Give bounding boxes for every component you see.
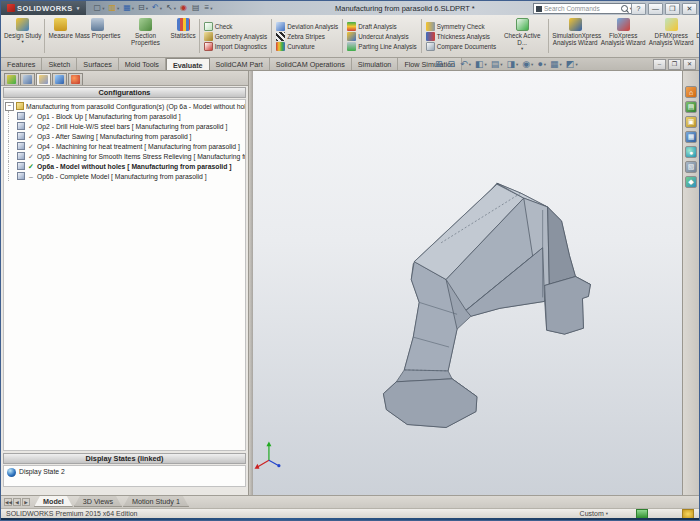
- configuration-item[interactable]: ✓ Op1 - Block Up [ Manufacturing from pa…: [4, 111, 245, 121]
- display-state-icon: [7, 468, 16, 477]
- statistics-button[interactable]: Statistics: [169, 16, 196, 56]
- options-button[interactable]: ≡ ▾: [205, 4, 213, 12]
- appearances-icon[interactable]: ●: [685, 146, 697, 158]
- manager-tab-icon: [23, 75, 32, 84]
- tab-features[interactable]: Features: [1, 58, 42, 70]
- hide-show-items-icon[interactable]: ◉ ▾: [522, 60, 533, 69]
- tab-mold-tools[interactable]: Mold Tools: [119, 58, 166, 70]
- doc-minimize-button[interactable]: –: [653, 59, 666, 70]
- parting-line-analysis-button[interactable]: Parting Line Analysis: [347, 42, 416, 51]
- expander-icon[interactable]: −: [5, 102, 14, 111]
- display-manager-tab[interactable]: [68, 73, 83, 85]
- configuration-item[interactable]: ✓ Op5 - Machining for Smooth Items Stres…: [4, 151, 245, 161]
- minimize-button[interactable]: —: [648, 3, 663, 15]
- save-button[interactable]: ▦ ▾: [123, 4, 134, 12]
- configuration-icon: [17, 122, 25, 130]
- new-document-button[interactable]: ▢ ▾: [94, 4, 105, 12]
- check-active-document-button[interactable]: Check Active D... ▾: [498, 16, 546, 56]
- import-diagnostics-button[interactable]: Import Diagnostics: [204, 42, 268, 51]
- solidworks-window: SOLIDWORKS ▾ ▢ ▾ ▥ ▾ ▦ ▾: [0, 0, 700, 521]
- tree-root-item[interactable]: − Manufacturing from parasolid Configura…: [4, 101, 245, 111]
- zebra-stripes-button[interactable]: Zebra Stripes: [276, 32, 338, 41]
- check-group: Check Geometry Analysis Import Diagnosti…: [202, 16, 270, 56]
- tab-solidcam-operations[interactable]: SolidCAM Operations: [270, 58, 352, 70]
- configuration-item[interactable]: ✓ Op4 - Machining for heat treatment [ M…: [4, 141, 245, 151]
- tab-surfaces[interactable]: Surfaces: [77, 58, 118, 70]
- configuration-icon: [17, 152, 25, 160]
- doc-tab-model[interactable]: Model: [34, 496, 73, 507]
- tab-solidcam-part[interactable]: SolidCAM Part: [210, 58, 270, 70]
- print-button[interactable]: ⊟ ▾: [138, 4, 148, 12]
- search-placeholder: Search Commands: [544, 5, 619, 12]
- logo-text: SOLIDWORKS: [17, 4, 73, 13]
- tab-evaluate[interactable]: Evaluate: [166, 58, 210, 70]
- scroll-first-icon[interactable]: ◀◀: [4, 498, 12, 506]
- select-button[interactable]: ↖ ▾: [166, 4, 176, 12]
- units-dropdown[interactable]: Custom ▾: [580, 510, 608, 517]
- tags-icon[interactable]: [636, 509, 648, 519]
- scroll-left-icon[interactable]: ◀: [13, 498, 21, 506]
- dfmxpress-wizard-button[interactable]: DFMXpress Analysis Wizard: [647, 16, 695, 56]
- dimxpert-manager-tab[interactable]: [52, 73, 67, 85]
- doc-restore-button[interactable]: ❐: [668, 59, 681, 70]
- tab-simulation[interactable]: Simulation: [352, 58, 399, 70]
- zoom-fit-icon[interactable]: ⊞: [435, 60, 444, 69]
- view-settings-icon[interactable]: ◩ ▾: [566, 60, 578, 69]
- section-properties-button[interactable]: Section Properties: [121, 16, 169, 56]
- mass-properties-button[interactable]: Mass Properties: [74, 16, 122, 56]
- symmetry-check-button[interactable]: Symmetry Check: [426, 22, 497, 31]
- previous-view-icon[interactable]: ↶ ▾: [460, 60, 471, 69]
- design-library-icon[interactable]: ▤: [685, 101, 697, 113]
- property-manager-tab[interactable]: [20, 73, 35, 85]
- forum-icon[interactable]: ◆: [685, 176, 697, 188]
- display-state-item[interactable]: Display State 2: [3, 465, 246, 487]
- undercut-analysis-button[interactable]: Undercut Analysis: [347, 32, 416, 41]
- doc-tab-motion-study-1[interactable]: Motion Study 1: [123, 496, 189, 507]
- tab-sketch[interactable]: Sketch: [42, 58, 77, 70]
- draft-analysis-button[interactable]: Draft Analysis: [347, 22, 416, 31]
- driveworksxpress-wizard-button[interactable]: DriveWorksXpress Wizard: [695, 16, 699, 56]
- quick-access-toolbar: ▢ ▾ ▥ ▾ ▦ ▾ ⊟ ▾ ↶: [94, 4, 213, 12]
- check-button[interactable]: Check: [204, 22, 268, 31]
- view-orientation-icon[interactable]: ▤ ▾: [491, 60, 503, 69]
- configuration-item[interactable]: – Op6b - Complete Model [ Manufacturing …: [4, 171, 245, 181]
- rebuild-button[interactable]: ◉: [180, 4, 188, 12]
- edit-appearance-icon[interactable]: ● ▾: [537, 60, 546, 69]
- display-style-icon[interactable]: ◨ ▾: [506, 60, 518, 69]
- solidworks-menu-button[interactable]: SOLIDWORKS ▾: [1, 1, 86, 15]
- file-properties-button[interactable]: ▤: [192, 4, 201, 12]
- simulationxpress-wizard-button[interactable]: SimulationXpress Analysis Wizard: [551, 16, 599, 56]
- model-canvas: [253, 71, 682, 495]
- command-tab-row: Features Sketch Surfaces Mold Tools Eval…: [1, 58, 699, 71]
- configuration-manager-tab[interactable]: [36, 73, 51, 85]
- floxpress-wizard-button[interactable]: FloXpress Analysis Wizard: [599, 16, 647, 56]
- section-view-icon[interactable]: ◧ ▾: [475, 60, 487, 69]
- file-explorer-icon[interactable]: ▣: [685, 116, 697, 128]
- configuration-item[interactable]: ✓ Op6a - Model without holes [ Manufactu…: [4, 161, 245, 171]
- zoom-area-icon[interactable]: ⊡: [448, 60, 457, 69]
- curvature-button[interactable]: Curvature: [276, 42, 338, 51]
- scroll-right-icon[interactable]: ▶: [22, 498, 30, 506]
- help-button[interactable]: ?: [631, 3, 646, 15]
- graphics-area[interactable]: [253, 71, 682, 495]
- feature-manager-tab[interactable]: [4, 73, 19, 85]
- restore-button[interactable]: ❐: [665, 3, 680, 15]
- search-commands-box[interactable]: Search Commands ▾: [533, 3, 635, 14]
- solidworks-resources-icon[interactable]: ⌂: [685, 86, 697, 98]
- configuration-item[interactable]: ✓ Op3 - After Sawing [ Manufacturing fro…: [4, 131, 245, 141]
- apply-scene-icon[interactable]: ▦ ▾: [550, 60, 562, 69]
- close-button[interactable]: ✕: [682, 3, 697, 15]
- custom-properties-icon[interactable]: ▧: [685, 161, 697, 173]
- geometry-analysis-button[interactable]: Geometry Analysis: [204, 32, 268, 41]
- thickness-analysis-button[interactable]: Thickness Analysis: [426, 32, 497, 41]
- compare-documents-button[interactable]: Compare Documents: [426, 42, 497, 51]
- open-button[interactable]: ▥ ▾: [108, 4, 119, 12]
- measure-button[interactable]: Measure: [47, 16, 74, 56]
- view-palette-icon[interactable]: ▦: [685, 131, 697, 143]
- design-study-button[interactable]: Design Study ▾: [3, 16, 42, 56]
- doc-close-button[interactable]: ✕: [683, 59, 696, 70]
- configuration-item[interactable]: ✓ Op2 - Drill Hole-W/S steel bars [ Manu…: [4, 121, 245, 131]
- undo-button[interactable]: ↶ ▾: [152, 4, 162, 12]
- doc-tab-3d-views[interactable]: 3D Views: [74, 496, 122, 507]
- deviation-analysis-button[interactable]: Deviation Analysis: [276, 22, 338, 31]
